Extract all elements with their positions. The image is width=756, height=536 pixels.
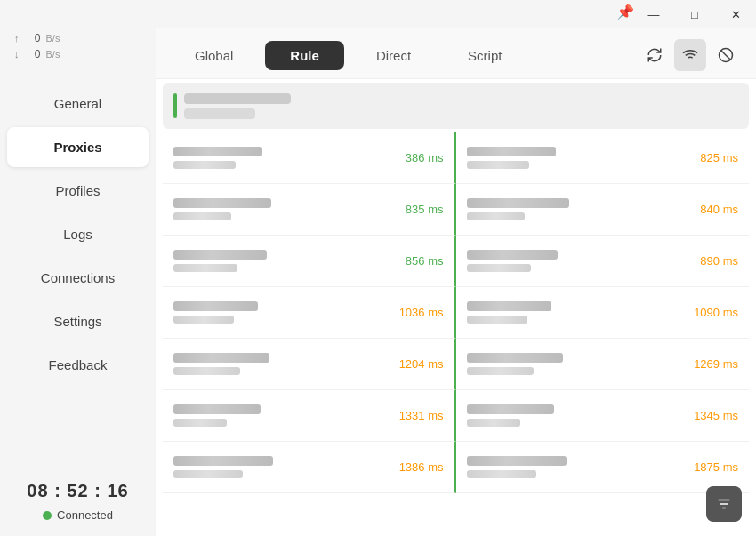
table-row[interactable]: 1204 ms (163, 339, 456, 390)
proxy-sub-blur (173, 419, 227, 427)
proxy-latency: 1204 ms (390, 357, 444, 371)
table-row[interactable]: 1090 ms (456, 287, 750, 339)
featured-proxy-row[interactable] (163, 83, 749, 129)
featured-proxy-name (173, 93, 738, 119)
proxy-name-blur (467, 198, 569, 208)
proxy-sub-blur (467, 419, 520, 427)
table-row[interactable]: 835 ms (163, 184, 456, 236)
sidebar-item-proxies[interactable]: Proxies (7, 127, 149, 167)
proxy-latency: 1269 ms (685, 357, 738, 371)
wifi-test-button[interactable] (674, 39, 706, 71)
proxy-name-blur (467, 147, 556, 156)
down-icon: ↓ (14, 49, 20, 60)
table-row[interactable]: 890 ms (456, 236, 750, 287)
proxy-name-blur (184, 93, 291, 104)
svg-line-1 (721, 51, 731, 60)
proxy-sub-blur (467, 367, 534, 375)
proxy-name-blur (173, 353, 269, 363)
tab-global[interactable]: Global (170, 41, 258, 70)
svg-rect-2 (718, 500, 730, 501)
proxy-sub-blur (173, 316, 234, 324)
proxy-info (467, 353, 686, 375)
proxy-name-blur (173, 250, 267, 260)
proxy-latency: 890 ms (685, 254, 738, 268)
up-icon: ↑ (14, 33, 20, 44)
proxy-info (467, 250, 686, 272)
proxy-name-blur (467, 404, 554, 414)
sidebar-item-feedback[interactable]: Feedback (7, 345, 149, 385)
proxy-info (173, 147, 390, 169)
proxy-latency: 1036 ms (390, 306, 444, 319)
proxy-info (467, 198, 686, 220)
titlebar: 📌 — □ ✕ (0, 0, 756, 28)
proxy-name-blur (173, 404, 261, 414)
proxy-name-blur (173, 198, 271, 208)
table-row[interactable]: 1386 ms (163, 442, 456, 493)
proxy-latency: 1090 ms (685, 306, 738, 319)
status-dot-icon (43, 511, 52, 520)
proxy-name-blur (467, 353, 563, 363)
filter-button[interactable] (706, 486, 742, 522)
proxy-info (173, 250, 390, 272)
tab-script[interactable]: Script (443, 41, 527, 70)
status-label: Connected (57, 508, 113, 522)
sidebar: ↑ 0 B/s ↓ 0 B/s General Proxies Profiles… (0, 28, 156, 536)
proxy-latency: 386 ms (390, 151, 444, 164)
proxy-sub-blur (184, 108, 255, 119)
table-row[interactable]: 1331 ms (163, 390, 456, 442)
table-row[interactable]: 1345 ms (456, 390, 750, 442)
proxy-name-blur (467, 301, 551, 311)
connection-status: Connected (14, 508, 141, 522)
proxy-info (173, 456, 390, 478)
active-indicator (173, 93, 177, 118)
table-row[interactable]: 856 ms (163, 236, 456, 287)
table-row[interactable]: 840 ms (456, 184, 750, 236)
table-row[interactable]: 386 ms (163, 132, 456, 184)
down-unit: B/s (46, 49, 60, 60)
tab-rule[interactable]: Rule (265, 41, 344, 70)
tab-direct[interactable]: Direct (351, 41, 436, 70)
proxy-list[interactable]: 386 ms 835 ms 856 ms (156, 79, 756, 536)
proxy-sub-blur (467, 212, 525, 220)
pin-button[interactable]: 📌 (616, 4, 634, 20)
proxy-name-blur (467, 250, 558, 260)
proxy-info (467, 301, 686, 324)
up-unit: B/s (46, 33, 60, 44)
proxy-columns: 386 ms 835 ms 856 ms (163, 132, 749, 493)
sidebar-item-profiles[interactable]: Profiles (7, 171, 149, 211)
proxy-latency: 856 ms (390, 254, 444, 268)
table-row[interactable]: 1269 ms (456, 339, 750, 390)
block-button[interactable] (710, 39, 742, 71)
proxy-latency: 1875 ms (685, 460, 738, 474)
maximize-button[interactable]: □ (674, 0, 715, 28)
proxy-col-left: 386 ms 835 ms 856 ms (163, 132, 456, 493)
proxy-info (467, 147, 686, 169)
svg-rect-4 (722, 508, 727, 509)
proxy-info (173, 353, 390, 375)
proxy-latency: 835 ms (390, 203, 444, 216)
sidebar-item-connections[interactable]: Connections (7, 258, 149, 298)
filter-icon (716, 496, 732, 512)
tab-bar: Global Rule Direct Script Test latency (156, 28, 756, 79)
proxy-sub-blur (467, 470, 536, 478)
proxy-name-blur (173, 301, 258, 311)
refresh-latency-button[interactable] (639, 39, 671, 71)
table-row[interactable]: 1875 ms (456, 442, 750, 493)
proxy-latency: 825 ms (685, 151, 738, 164)
sidebar-item-settings[interactable]: Settings (7, 301, 149, 341)
table-row[interactable]: 825 ms (456, 132, 750, 184)
proxy-sub-blur (467, 264, 531, 272)
proxy-col-right: 825 ms 840 ms 890 ms (456, 132, 750, 493)
proxy-sub-blur (173, 212, 231, 220)
close-button[interactable]: ✕ (715, 0, 756, 28)
minimize-button[interactable]: — (633, 0, 674, 28)
main-content: Global Rule Direct Script Test latency (156, 28, 756, 536)
sidebar-bottom: 08 : 52 : 16 Connected (0, 467, 156, 536)
proxy-info (173, 301, 390, 324)
svg-rect-3 (720, 503, 728, 505)
proxy-sub-blur (173, 161, 236, 169)
table-row[interactable]: 1036 ms (163, 287, 456, 339)
sidebar-item-general[interactable]: General (7, 84, 149, 124)
sidebar-item-logs[interactable]: Logs (7, 214, 149, 254)
proxy-sub-blur (173, 367, 240, 375)
